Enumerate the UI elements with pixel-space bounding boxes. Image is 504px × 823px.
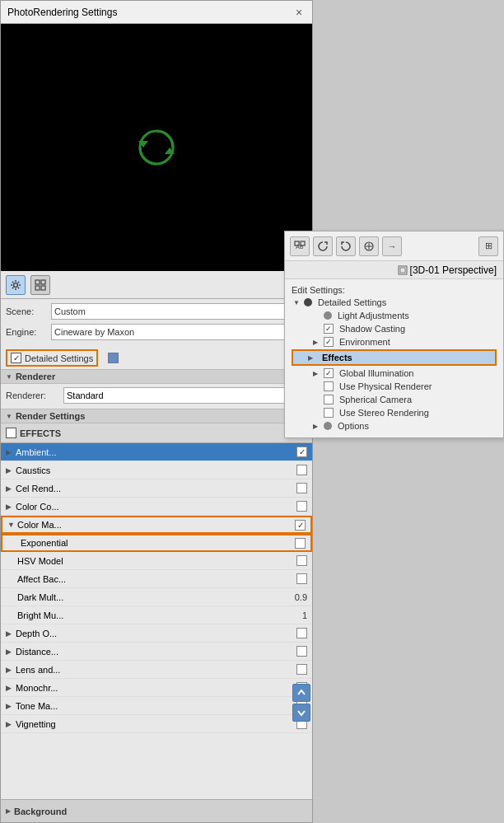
circle-icon bbox=[304, 298, 312, 306]
effect-item-color-mapping[interactable]: ▼ Color Ma... bbox=[1, 516, 312, 534]
svg-rect-6 bbox=[41, 286, 45, 290]
tree-item-stereo-rendering[interactable]: Use Stereo Rendering bbox=[292, 406, 497, 419]
tree-label: Use Physical Renderer bbox=[339, 381, 432, 391]
circle-icon bbox=[324, 422, 332, 430]
rt-button-3[interactable] bbox=[336, 236, 356, 256]
tree-item-spherical-camera[interactable]: Spherical Camera bbox=[292, 393, 497, 406]
checkbox-icon[interactable] bbox=[324, 381, 334, 391]
effect-checkbox[interactable] bbox=[296, 573, 307, 584]
tree-label: Detailed Settings bbox=[318, 297, 386, 307]
renderer-section-header[interactable]: ▼ Renderer bbox=[1, 369, 312, 384]
scroll-buttons bbox=[291, 682, 312, 723]
circle-icon bbox=[324, 311, 332, 320]
effect-item-color-correction[interactable]: ▶ Color Co... bbox=[1, 498, 312, 516]
scroll-down-button[interactable] bbox=[292, 704, 310, 722]
effect-checkbox[interactable] bbox=[296, 555, 307, 566]
effects-list: ▶ Ambient... ▶ Caustics ▶ Cel Rend... ▶ … bbox=[1, 443, 312, 799]
svg-rect-4 bbox=[41, 280, 45, 284]
rt-button-5[interactable]: → bbox=[382, 236, 402, 256]
effect-item-ambient[interactable]: ▶ Ambient... bbox=[1, 443, 312, 461]
effect-checkbox[interactable] bbox=[296, 501, 307, 512]
svg-rect-5 bbox=[35, 286, 40, 290]
rt-button-2[interactable] bbox=[313, 236, 333, 256]
tree-item-options[interactable]: ▶ Options bbox=[292, 419, 497, 433]
scroll-up-button[interactable] bbox=[292, 684, 310, 702]
effect-checkbox[interactable] bbox=[296, 628, 307, 638]
effect-subitem-affect-bac[interactable]: Affect Bac... bbox=[1, 570, 312, 588]
effect-checkbox[interactable] bbox=[296, 646, 307, 657]
render-settings-triangle-icon: ▼ bbox=[6, 413, 12, 420]
grid-toolbar-button[interactable] bbox=[30, 275, 50, 295]
rt-button-6[interactable]: ⊞ bbox=[478, 236, 498, 256]
effect-item-cel-rend[interactable]: ▶ Cel Rend... bbox=[1, 479, 312, 498]
detailed-settings-checkbox[interactable] bbox=[11, 353, 21, 363]
right-toolbar: AB → ⊞ bbox=[285, 231, 503, 261]
tree-label: Spherical Camera bbox=[339, 395, 412, 404]
main-toolbar bbox=[1, 271, 312, 299]
effect-checkbox[interactable] bbox=[296, 447, 307, 457]
effect-name: Depth O... bbox=[16, 629, 293, 638]
svg-point-2 bbox=[14, 283, 18, 287]
tree-label: Shadow Casting bbox=[339, 324, 405, 334]
effect-checkbox[interactable] bbox=[295, 538, 306, 549]
engine-input[interactable] bbox=[51, 324, 307, 340]
expand-icon: ▶ bbox=[6, 448, 16, 456]
edit-settings-title: Edit Settings: bbox=[292, 285, 345, 295]
edit-settings-content: Edit Settings: ▼ Detailed Settings Light… bbox=[285, 279, 503, 437]
expand-icon: ▶ bbox=[308, 354, 316, 362]
tree-item-global-illumination[interactable]: ▶ Global Illumination bbox=[292, 367, 497, 380]
effect-item-tone-mapping[interactable]: ▶ Tone Ma... bbox=[1, 697, 312, 715]
edit-settings-panel: AB → ⊞ bbox=[284, 231, 504, 438]
expand-icon: ▶ bbox=[6, 466, 16, 475]
close-button[interactable]: × bbox=[292, 6, 306, 19]
tree-item-shadow-casting[interactable]: Shadow Casting bbox=[292, 322, 497, 335]
effect-item-distance[interactable]: ▶ Distance... bbox=[1, 643, 312, 661]
effect-subitem-dark-mult[interactable]: Dark Mult... 0.9 bbox=[1, 588, 312, 606]
effect-subitem-bright-mu[interactable]: Bright Mu... 1 bbox=[1, 606, 312, 624]
checkbox-icon[interactable] bbox=[324, 337, 334, 347]
tree-label: Effects bbox=[322, 353, 352, 362]
effect-item-vignetting[interactable]: ▶ Vignetting bbox=[1, 715, 312, 733]
checkbox-icon[interactable] bbox=[324, 324, 334, 334]
expand-icon: ▼ bbox=[293, 299, 301, 306]
effect-item-caustics[interactable]: ▶ Caustics bbox=[1, 461, 312, 479]
effect-name: Caustics bbox=[16, 465, 293, 475]
tree-item-physical-renderer[interactable]: Use Physical Renderer bbox=[292, 380, 497, 393]
renderer-title: Renderer bbox=[16, 372, 55, 381]
expand-icon: ▶ bbox=[6, 629, 16, 638]
bottom-triangle-icon: ▶ bbox=[6, 807, 11, 815]
tree-item-detailed[interactable]: ▼ Detailed Settings bbox=[292, 296, 497, 309]
engine-row: Engine: bbox=[6, 323, 307, 341]
bright-mu-value: 1 bbox=[291, 610, 307, 620]
rt-button-4[interactable] bbox=[359, 236, 379, 256]
renderer-input[interactable] bbox=[63, 387, 307, 404]
effect-item-monochromatic[interactable]: ▶ Monochr... bbox=[1, 679, 312, 697]
detailed-settings-row: Detailed Settings bbox=[1, 347, 312, 369]
window-title: PhotoRendering Settings bbox=[7, 7, 117, 18]
checkbox-icon[interactable] bbox=[324, 395, 334, 404]
effects-title-label: EFFECTS bbox=[20, 428, 61, 438]
checkbox-icon[interactable] bbox=[324, 408, 334, 418]
tree-item-effects-highlighted[interactable]: ▶ Effects bbox=[292, 349, 497, 366]
scene-input[interactable] bbox=[51, 303, 307, 320]
effect-subitem-hsv[interactable]: HSV Model bbox=[1, 552, 312, 570]
effect-subitem-exponential[interactable]: Exponential bbox=[1, 534, 312, 552]
tree-item-light-adjustments[interactable]: Light Adjustments bbox=[292, 309, 497, 322]
title-bar: PhotoRendering Settings × bbox=[1, 1, 312, 24]
effect-checkbox[interactable] bbox=[296, 664, 307, 675]
effects-checkbox[interactable] bbox=[6, 428, 16, 438]
checkbox-icon[interactable] bbox=[324, 368, 334, 378]
expand-icon: ▶ bbox=[6, 503, 16, 511]
effect-checkbox[interactable] bbox=[296, 483, 307, 493]
effect-item-lens[interactable]: ▶ Lens and... bbox=[1, 661, 312, 679]
settings-toolbar-button[interactable] bbox=[6, 275, 26, 295]
expand-icon: ▶ bbox=[6, 684, 16, 692]
render-settings-section-header[interactable]: ▼ Render Settings bbox=[1, 409, 312, 423]
effect-item-depth-of-field[interactable]: ▶ Depth O... bbox=[1, 624, 312, 643]
grid-icon bbox=[35, 279, 46, 291]
rt-button-1[interactable]: AB bbox=[290, 236, 310, 256]
effect-checkbox[interactable] bbox=[295, 520, 306, 531]
preview-area bbox=[1, 24, 312, 271]
effect-checkbox[interactable] bbox=[296, 465, 307, 475]
tree-item-environment[interactable]: ▶ Environment bbox=[292, 335, 497, 348]
